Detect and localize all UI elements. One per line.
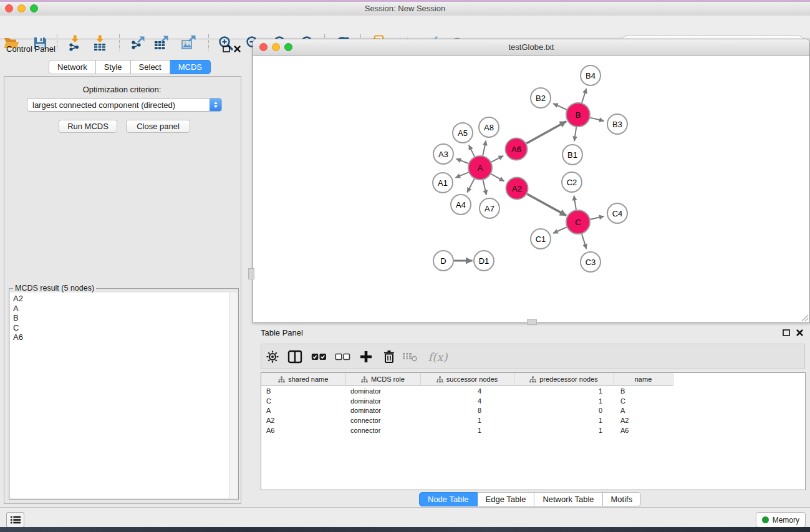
node-D1[interactable]: D1 [474, 251, 494, 271]
edge-C-C3[interactable] [582, 234, 586, 249]
edge-B-B4[interactable] [582, 89, 586, 103]
memory-button[interactable]: Memory [756, 512, 806, 528]
column-header-predecessor-nodes[interactable]: predecessor nodes [514, 373, 614, 386]
node-A7[interactable]: A7 [480, 198, 499, 218]
export-network-icon[interactable] [129, 34, 147, 52]
mcds-result-item[interactable]: A [13, 304, 229, 314]
panel-list-button[interactable] [6, 512, 24, 528]
delete-table-icon[interactable] [402, 349, 418, 364]
table-cell: 1 [514, 386, 614, 396]
mcds-result-item[interactable]: C [13, 323, 229, 333]
edge-A-A7[interactable] [483, 180, 486, 195]
node-A1[interactable]: A1 [433, 173, 453, 193]
import-table-icon[interactable] [91, 34, 108, 52]
close-panel-icon[interactable] [233, 45, 241, 53]
table-cell: A2 [614, 415, 673, 425]
tab-motifs[interactable]: Motifs [603, 492, 642, 506]
edge-A-A2[interactable] [491, 174, 504, 181]
close-table-panel-icon[interactable] [796, 329, 804, 337]
result-scrollbar[interactable] [229, 293, 238, 498]
main-toolbar [0, 16, 810, 39]
tab-select[interactable]: Select [131, 60, 170, 74]
svg-text:C1: C1 [536, 235, 546, 244]
mcds-result-item[interactable]: A2 [13, 294, 229, 304]
table-row[interactable]: Cdominator41C [261, 396, 805, 406]
settings-gear-icon[interactable] [264, 349, 281, 364]
node-C2[interactable]: C2 [562, 172, 582, 192]
network-graph[interactable]: AA1A2A3A4A5A6A7A8BB1B2B3B4CC1C2C3C4DD1 [253, 56, 809, 322]
table-row[interactable]: Bdominator41B [261, 386, 805, 396]
table-cell: 4 [420, 396, 514, 406]
edge-A-A6[interactable] [491, 156, 503, 162]
node-A5[interactable]: A5 [453, 123, 473, 143]
tab-mcds[interactable]: MCDS [170, 60, 211, 74]
run-mcds-button[interactable]: Run MCDS [59, 120, 117, 133]
edge-A-A4[interactable] [467, 179, 474, 193]
network-window-titlebar[interactable]: testGlobe.txt [253, 39, 809, 56]
node-B4[interactable]: B4 [581, 65, 600, 85]
vertical-split-handle[interactable] [248, 268, 254, 279]
node-A6[interactable]: A6 [506, 138, 528, 160]
edge-B-B1[interactable] [574, 127, 576, 141]
node-A8[interactable]: A8 [479, 117, 499, 137]
edge-A-A1[interactable] [455, 172, 468, 177]
node-A2[interactable]: A2 [506, 178, 528, 200]
export-image-icon[interactable] [180, 34, 198, 52]
mcds-result-item[interactable]: A6 [13, 332, 229, 342]
edge-B-B2[interactable] [553, 104, 567, 110]
node-C3[interactable]: C3 [581, 252, 600, 272]
float-table-panel-icon[interactable] [782, 329, 791, 337]
node-B1[interactable]: B1 [562, 145, 582, 165]
criterion-dropdown[interactable]: largest connected component (directed) [27, 98, 222, 112]
titlebar: Session: New Session [0, 2, 810, 16]
node-C1[interactable]: C1 [531, 229, 551, 249]
edge-A-A5[interactable] [469, 145, 475, 157]
edge-A2-C[interactable] [527, 194, 566, 216]
export-table-icon[interactable] [153, 34, 170, 52]
tab-network[interactable]: Network [49, 60, 96, 74]
node-A4[interactable]: A4 [451, 195, 471, 215]
edge-C-C2[interactable] [574, 196, 576, 210]
select-all-checkboxes-icon[interactable] [311, 349, 327, 364]
tab-style[interactable]: Style [96, 60, 131, 74]
split-panel-icon[interactable] [287, 349, 303, 364]
mcds-result-item[interactable]: B [13, 313, 229, 323]
edge-C-C4[interactable] [591, 216, 604, 220]
resize-grip-icon[interactable] [800, 313, 809, 322]
toolbar-separator [57, 34, 57, 51]
column-header-shared-name[interactable]: shared name [261, 373, 345, 386]
node-A[interactable]: A [468, 156, 492, 180]
edge-C-C1[interactable] [553, 227, 567, 233]
svg-text:B3: B3 [612, 120, 622, 129]
table-row[interactable]: A6connector11A6 [261, 425, 805, 435]
node-C4[interactable]: C4 [607, 203, 627, 223]
node-B3[interactable]: B3 [607, 114, 627, 134]
delete-column-icon[interactable] [381, 349, 397, 364]
close-panel-button[interactable]: Close panel [126, 120, 190, 133]
tab-network-table[interactable]: Network Table [534, 492, 602, 506]
deselect-all-checkboxes-icon[interactable] [334, 349, 350, 364]
node-B2[interactable]: B2 [531, 88, 551, 108]
function-builder-icon[interactable]: f(x) [426, 349, 450, 364]
table-row[interactable]: Adominator80A [261, 406, 805, 416]
column-header-successor-nodes[interactable]: successor nodes [420, 373, 514, 386]
table-row[interactable]: A2connector11A2 [261, 415, 805, 425]
node-B[interactable]: B [566, 103, 590, 127]
dropdown-stepper-icon [210, 99, 221, 111]
import-network-icon[interactable] [66, 34, 84, 52]
edge-A-A8[interactable] [483, 141, 486, 156]
tab-node-table[interactable]: Node Table [419, 492, 478, 506]
node-D[interactable]: D [433, 251, 453, 271]
column-header-name[interactable]: name [614, 373, 673, 386]
column-header-mcds-role[interactable]: MCDS role [345, 373, 420, 386]
node-C[interactable]: C [566, 210, 590, 234]
edge-A-A3[interactable] [456, 159, 469, 163]
add-column-icon[interactable] [358, 349, 374, 364]
float-panel-icon[interactable] [222, 45, 231, 53]
node-A3[interactable]: A3 [433, 144, 453, 164]
horizontal-split-handle[interactable] [527, 319, 537, 325]
edge-A6-B[interactable] [526, 121, 566, 143]
svg-text:B: B [576, 110, 581, 120]
edge-B-B3[interactable] [590, 118, 604, 121]
tab-edge-table[interactable]: Edge Table [478, 492, 535, 506]
